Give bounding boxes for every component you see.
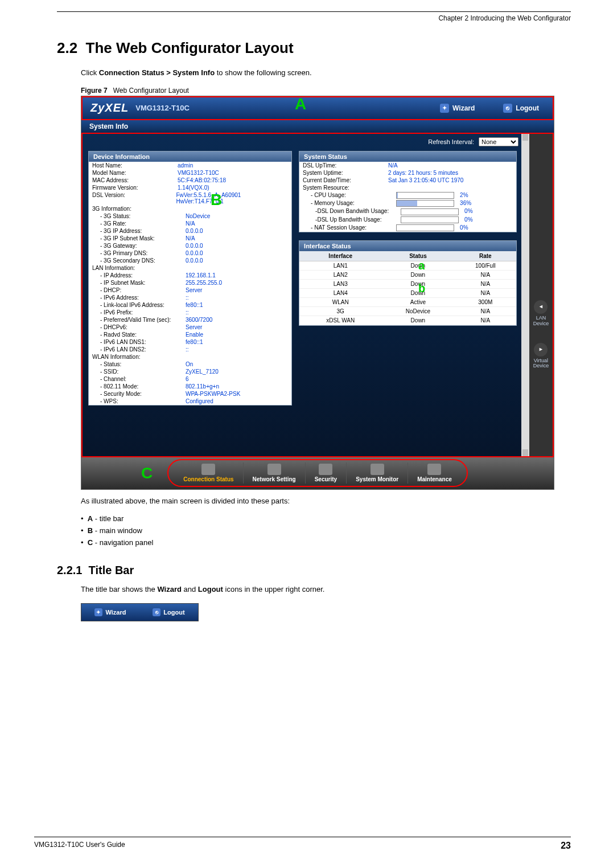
intro-prefix: Click [81, 68, 99, 77]
device-info-row: - IPv6 LAN DNS1:fe80::1 [89, 338, 291, 346]
logout-label: Logout [516, 104, 539, 112]
device-info-value: 0.0.0.0 [186, 257, 203, 264]
wizard-button[interactable]: ✦ Wizard [440, 104, 475, 113]
wizard-icon: ✦ [440, 104, 449, 113]
nav-item[interactable]: Network Setting [243, 462, 305, 484]
device-info-value: 1.14(VQX.0) [178, 185, 209, 191]
device-info-key: - 3G Secondary DNS: [92, 257, 186, 264]
device-info-key: - Channel: [92, 376, 186, 382]
sub-para-a: The title bar shows the [81, 585, 157, 593]
system-status-header: System Status [299, 152, 516, 162]
system-status-row: System Resource: [299, 184, 516, 191]
device-info-row: Firmware Version:1.14(VQX.0) [89, 184, 291, 191]
figure-caption: Figure 7 Web Configurator Layout [81, 87, 571, 95]
device-info-value: 6 [186, 376, 189, 382]
device-info-key: - 3G Gateway: [92, 243, 186, 249]
device-info-key: - Preferred/Valid Time (sec): [92, 317, 186, 323]
device-info-key: - 3G IP Subnet Mask: [92, 235, 186, 241]
device-info-key: - SSID: [92, 369, 186, 375]
system-status-key: -DSL Up Bandwith Usage: [303, 216, 401, 223]
system-status-row: Current Date/Time:Sat Jan 3 21:05:40 UTC… [299, 177, 516, 184]
device-info-value: 192.168.1.1 [186, 272, 216, 279]
intro-paragraph: Click Connection Status > System Info to… [81, 67, 571, 79]
device-info-key: - Status: [92, 361, 186, 367]
annotation-A: A [295, 95, 306, 113]
device-info-row: - IPv6 Prefix::: [89, 309, 291, 316]
table-row: LAN3DownN/A [299, 280, 516, 289]
device-info-row: - DHCPv6:Server [89, 324, 291, 331]
side-device-bar: ◄ LAN Device ► Virtual Device [529, 134, 553, 456]
table-row: LAN2DownN/A [299, 271, 516, 280]
nav-item[interactable]: Maintenance [408, 462, 461, 484]
system-status-value: 2% [460, 192, 468, 198]
device-info-key: - 3G Primary DNS: [92, 250, 186, 256]
nav-item[interactable]: Security [305, 462, 346, 484]
nav-label: Maintenance [417, 476, 452, 482]
device-info-value: 0.0.0.0 [186, 243, 203, 249]
footer-page-number: 23 [561, 841, 571, 851]
table-row: xDSL WANDownN/A [299, 316, 516, 325]
nav-icon [319, 464, 332, 475]
brand-logo: ZyXEL [90, 101, 129, 114]
device-info-row: WLAN Information: [89, 353, 291, 361]
device-info-key: - WPS: [92, 398, 186, 404]
system-status-row: - Memory Usage:36% [299, 199, 516, 207]
device-info-value: 0.0.0.0 [186, 250, 203, 256]
device-info-value: N/A [186, 235, 195, 241]
device-info-value: Server [186, 324, 202, 330]
device-info-value: :: [186, 346, 189, 353]
parts-list-item: B - main window [81, 526, 571, 535]
part-letter: B [88, 526, 93, 535]
system-status-key: - CPU Usage: [303, 192, 396, 199]
iface-cell-status: NoDevice [381, 307, 454, 316]
device-info-value: Server [186, 287, 202, 293]
nav-label: Network Setting [253, 476, 296, 482]
device-info-key: - IPv6 LAN DNS2: [92, 346, 186, 353]
refresh-interval-select[interactable]: None [479, 137, 518, 146]
device-info-row: - 3G Gateway:0.0.0.0 [89, 242, 291, 249]
nav-icon [427, 464, 441, 475]
device-info-value: 802.11b+g+n [186, 383, 219, 390]
iface-header-interface: Interface [299, 251, 381, 261]
part-description: - title bar [93, 514, 124, 523]
device-info-value: fe80::1 [186, 302, 203, 308]
device-info-value: ZyXEL_7120 [186, 369, 219, 375]
annotation-a: a [418, 259, 425, 272]
device-info-row: - WPS:Configured [89, 398, 291, 405]
device-info-header: Device Information [89, 152, 291, 162]
subsection-heading: 2.2.1 Title Bar [57, 564, 571, 577]
nav-label: Connection Status [183, 476, 233, 482]
left-column: Device Information Host Name:adminModel … [83, 134, 297, 456]
iface-cell-name: LAN3 [299, 280, 381, 289]
device-info-value: Enable [186, 331, 203, 338]
table-row: WLANActive300M [299, 298, 516, 307]
system-status-key: System Resource: [303, 185, 388, 191]
nav-item[interactable]: Connection Status [174, 462, 242, 484]
logout-button[interactable]: ⎋ Logout [503, 104, 539, 113]
subsection-paragraph: The title bar shows the Wizard and Logou… [81, 584, 571, 595]
nav-item[interactable]: System Monitor [346, 462, 408, 484]
main-window: B a b Refresh Interval: None Device Info… [81, 133, 554, 457]
page-tab-system-info: System Info [81, 120, 554, 133]
nav-icon [371, 464, 384, 475]
wizard-label: Wizard [452, 104, 475, 112]
device-info-row: - Status:On [89, 361, 291, 368]
device-info-row: - 802.11 Mode:802.11b+g+n [89, 383, 291, 390]
system-status-key: Current Date/Time: [303, 177, 388, 183]
virtual-device-button[interactable]: ► Virtual Device [529, 343, 553, 370]
nav-label: Security [315, 476, 337, 482]
iface-cell-name: LAN1 [299, 261, 381, 271]
interface-table: Interface Status Rate LAN1Down100/FullLA… [299, 251, 516, 325]
iface-cell-name: 3G [299, 307, 381, 316]
lan-device-button[interactable]: ◄ LAN Device [529, 300, 553, 327]
device-info-row: DSL Version:FwVer:5.5.1.6_A_A60901 HwVer… [89, 191, 291, 205]
annotation-B: B [211, 191, 222, 209]
subsection-title: Title Bar [89, 564, 134, 576]
device-info-row: MAC Address:5C:F4:AB:02:75:18 [89, 177, 291, 184]
device-information-panel: Device Information Host Name:adminModel … [88, 151, 292, 406]
vertical-scrollbar[interactable] [521, 134, 529, 456]
page-footer: VMG1312-T10C User's Guide 23 [34, 837, 571, 851]
virtual-device-icon: ► [534, 343, 548, 357]
section-number: 2.2 [57, 39, 77, 56]
virtual-device-label: Virtual Device [533, 358, 549, 369]
